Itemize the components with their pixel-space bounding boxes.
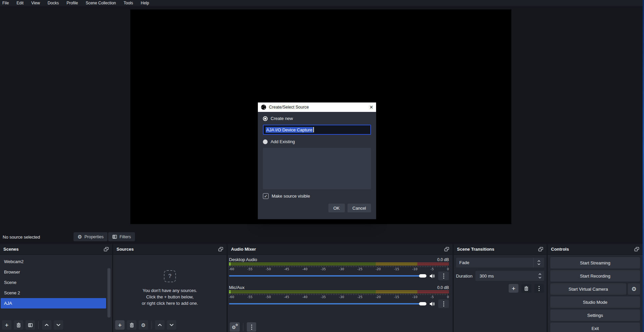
scene-item[interactable]: Browser: [1, 267, 106, 277]
scenes-body: Webcam2 Browser Scene Scene 2 AJA +: [0, 255, 112, 332]
move-scene-up-button[interactable]: [42, 320, 51, 330]
start-streaming-button[interactable]: Start Streaming: [550, 257, 640, 268]
menu-file[interactable]: File: [2, 1, 9, 5]
chevron-up-icon: [157, 324, 162, 326]
scene-item[interactable]: Scene: [1, 277, 106, 288]
toolbar-divider: [243, 323, 243, 331]
mixer-channel: Desktop Audio 0.0 dB -60-55-50-45-40-35-…: [229, 257, 449, 280]
radio-selected-icon[interactable]: [263, 116, 268, 121]
popout-icon[interactable]: [634, 247, 639, 252]
tick-label: -55: [247, 267, 253, 271]
tick-label: -15: [394, 295, 399, 299]
move-source-down-button[interactable]: [167, 320, 176, 330]
transition-menu-button[interactable]: [534, 284, 544, 293]
speaker-icon[interactable]: [429, 274, 435, 279]
existing-sources-listbox[interactable]: [263, 148, 371, 189]
scene-transitions-dock: Scene Transitions Fade Duration 300 ms +: [454, 244, 547, 332]
create-new-radio-row[interactable]: Create new: [263, 116, 371, 121]
add-scene-button[interactable]: +: [2, 320, 11, 330]
tick-label: -25: [357, 267, 363, 271]
checkbox-checked-icon[interactable]: ✓: [263, 193, 269, 199]
empty-text-line: Click the + button below,: [113, 294, 227, 300]
menu-docks[interactable]: Docks: [48, 1, 59, 5]
channel-level: 0.0 dB: [437, 257, 449, 262]
move-source-up-button[interactable]: [155, 320, 165, 330]
transition-value: Fade: [456, 260, 469, 265]
source-name-input[interactable]: AJA I/O Device Capture: [263, 125, 371, 135]
radio-unselected-icon[interactable]: [263, 139, 268, 144]
screen-edge-strip: [643, 0, 644, 332]
scene-filters-button[interactable]: [26, 320, 35, 330]
menu-tools[interactable]: Tools: [124, 1, 133, 5]
start-recording-button[interactable]: Start Recording: [550, 270, 640, 282]
gear-icon: ⚙: [141, 323, 145, 328]
cancel-button[interactable]: Cancel: [348, 204, 371, 212]
meter-tick-labels: -60-55-50-45-40-35-30-25-20-15-10-50: [229, 295, 449, 299]
make-source-visible-row[interactable]: ✓ Make source visible: [263, 193, 371, 199]
volume-meter: [229, 264, 449, 265]
sources-body[interactable]: ? You don't have any sources. Click the …: [113, 255, 227, 332]
tick-label: -20: [376, 267, 381, 271]
tick-label: -15: [394, 267, 399, 271]
volume-slider[interactable]: [229, 272, 426, 280]
scene-item[interactable]: Scene 2: [1, 288, 106, 298]
filters-button[interactable]: Filters: [108, 232, 135, 241]
sources-dock: Sources ? You don't have any sources. Cl…: [113, 244, 227, 332]
settings-button[interactable]: Settings: [550, 309, 640, 321]
volume-slider-handle[interactable]: [419, 274, 426, 278]
chevron-down-icon: [56, 324, 61, 326]
tick-label: -30: [339, 267, 344, 271]
remove-transition-button[interactable]: [521, 284, 531, 293]
ok-button[interactable]: OK: [328, 204, 345, 212]
duration-spinbox[interactable]: 300 ms: [475, 271, 544, 281]
channel-menu-button[interactable]: [438, 299, 449, 308]
toolbar-divider: [151, 321, 152, 329]
speaker-icon[interactable]: [429, 301, 435, 306]
remove-source-button[interactable]: [127, 320, 136, 330]
add-existing-radio-row[interactable]: Add Existing: [263, 139, 371, 144]
question-icon: ?: [164, 270, 176, 282]
add-source-button[interactable]: +: [115, 320, 125, 330]
advanced-audio-button[interactable]: ⚙⚙: [230, 322, 240, 332]
volume-slider-handle[interactable]: [419, 302, 426, 305]
virtual-camera-settings-button[interactable]: ⚙: [628, 283, 640, 295]
transition-select[interactable]: Fade: [456, 258, 544, 267]
exit-button[interactable]: Exit: [550, 323, 640, 332]
volume-slider[interactable]: [229, 299, 426, 308]
menu-profile[interactable]: Profile: [66, 1, 78, 5]
move-scene-down-button[interactable]: [54, 320, 63, 330]
menu-scene-collection[interactable]: Scene Collection: [86, 1, 116, 5]
popout-icon[interactable]: [104, 247, 109, 252]
start-virtual-camera-button[interactable]: Start Virtual Camera: [550, 283, 626, 295]
menu-bar: File Edit View Docks Profile Scene Colle…: [0, 0, 644, 6]
properties-label: Properties: [84, 235, 103, 239]
channel-menu-button[interactable]: [438, 272, 449, 280]
mixer-menu-button[interactable]: [247, 322, 256, 332]
trash-icon: [524, 286, 529, 291]
tick-label: 0: [447, 267, 449, 271]
close-icon[interactable]: ×: [369, 104, 373, 110]
add-transition-button[interactable]: +: [509, 284, 518, 293]
audio-mixer-header: Audio Mixer: [228, 244, 453, 255]
scene-item[interactable]: Webcam2: [1, 256, 106, 267]
studio-mode-button[interactable]: Studio Mode: [550, 296, 640, 308]
remove-scene-button[interactable]: [14, 320, 23, 330]
menu-edit[interactable]: Edit: [16, 1, 24, 5]
menu-view[interactable]: View: [31, 1, 40, 5]
double-gear-icon: ⚙⚙: [232, 324, 238, 330]
scene-item-selected[interactable]: AJA: [1, 298, 106, 308]
make-source-visible-label: Make source visible: [272, 194, 310, 199]
kebab-menu-icon: [251, 325, 252, 330]
scenes-scrollbar[interactable]: [107, 268, 110, 318]
dialog-titlebar: Create/Select Source ×: [258, 102, 376, 112]
popout-icon[interactable]: [218, 247, 223, 252]
properties-button[interactable]: ⚙ Properties: [74, 232, 107, 241]
scenes-header: Scenes: [0, 244, 112, 255]
controls-title: Controls: [551, 247, 569, 252]
source-properties-button[interactable]: ⚙: [139, 320, 148, 330]
tick-label: -25: [357, 295, 363, 299]
popout-icon[interactable]: [444, 247, 449, 252]
menu-help[interactable]: Help: [141, 1, 149, 5]
popout-icon[interactable]: [538, 247, 543, 252]
spin-chevrons[interactable]: [538, 273, 542, 279]
